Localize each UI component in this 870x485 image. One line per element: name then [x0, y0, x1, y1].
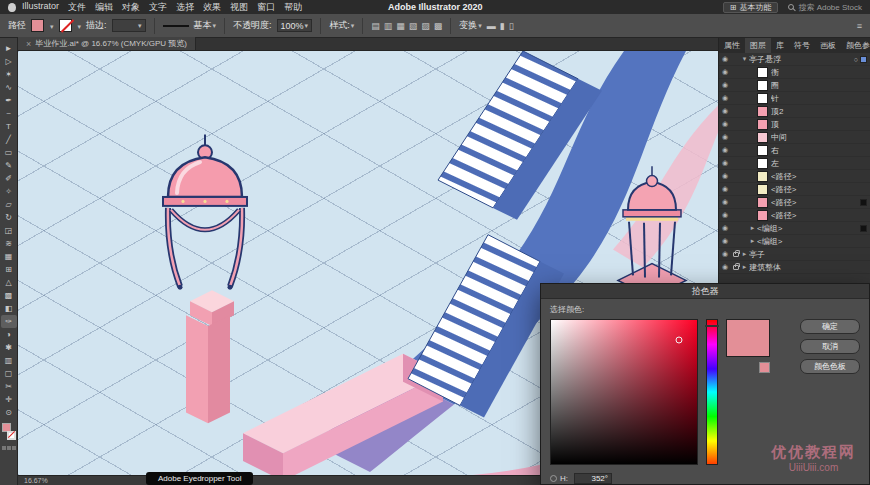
- target-circle-icon[interactable]: ○: [854, 56, 858, 63]
- column-graph-tool[interactable]: ▥: [1, 354, 17, 367]
- panel-tab[interactable]: 图层: [745, 38, 771, 53]
- menu-item[interactable]: 视图: [230, 1, 248, 14]
- visibility-eye-icon[interactable]: ◉: [719, 250, 731, 258]
- layer-row[interactable]: ◉ 左 ○: [719, 157, 870, 170]
- menu-item[interactable]: 对象: [122, 1, 140, 14]
- visibility-eye-icon[interactable]: ◉: [719, 68, 731, 76]
- visibility-eye-icon[interactable]: ◉: [719, 224, 731, 232]
- rectangle-tool[interactable]: ▭: [1, 146, 17, 159]
- type-tool[interactable]: T: [1, 120, 17, 133]
- paintbrush-tool[interactable]: ✎: [1, 159, 17, 172]
- visibility-eye-icon[interactable]: ◉: [719, 263, 731, 271]
- layer-name[interactable]: 顶2: [771, 106, 867, 117]
- layer-name[interactable]: 亭子悬浮: [749, 54, 854, 65]
- panel-tab[interactable]: 颜色参: [841, 38, 870, 53]
- panel-tab[interactable]: 库: [771, 38, 789, 53]
- panel-tab[interactable]: 符号: [789, 38, 815, 53]
- layer-row[interactable]: ◉ <路径> ○: [719, 183, 870, 196]
- layer-row[interactable]: ◉ ▸ 亭子 ○: [719, 248, 870, 261]
- mesh-tool[interactable]: ▩: [1, 289, 17, 302]
- visibility-eye-icon[interactable]: ◉: [719, 211, 731, 219]
- object-icon[interactable]: ▯: [509, 21, 514, 31]
- align-icon[interactable]: ▩: [434, 21, 443, 31]
- visibility-eye-icon[interactable]: ◉: [719, 172, 731, 180]
- blend-tool[interactable]: ◑: [1, 328, 17, 341]
- workspace-switcher[interactable]: ⊞ 基本功能: [723, 2, 779, 13]
- radio-h[interactable]: [550, 475, 557, 482]
- layer-name[interactable]: 针: [771, 93, 867, 104]
- stock-search[interactable]: 搜索 Adobe Stock: [788, 2, 862, 13]
- lasso-tool[interactable]: ∿: [1, 81, 17, 94]
- opacity-input[interactable]: 100%: [277, 19, 313, 32]
- layer-name[interactable]: <路径>: [771, 171, 867, 182]
- menu-item[interactable]: 选择: [176, 1, 194, 14]
- visibility-eye-icon[interactable]: ◉: [719, 185, 731, 193]
- visibility-eye-icon[interactable]: ◉: [719, 198, 731, 206]
- visibility-eye-icon[interactable]: ◉: [719, 133, 731, 141]
- layer-row[interactable]: ◉ ▸ <编组> ○: [719, 235, 870, 248]
- align-icon[interactable]: ▨: [421, 21, 430, 31]
- pen-tool[interactable]: ✒: [1, 94, 17, 107]
- tab-close-icon[interactable]: ×: [26, 39, 31, 49]
- layer-name[interactable]: 亭子: [749, 249, 867, 260]
- perspective-grid-tool[interactable]: △: [1, 276, 17, 289]
- drawing-mode-buttons[interactable]: [2, 446, 16, 450]
- rotate-tool[interactable]: ↻: [1, 211, 17, 224]
- cancel-button[interactable]: 取消: [800, 339, 860, 354]
- expand-arrow-icon[interactable]: ▸: [740, 263, 749, 271]
- layer-name[interactable]: 左: [771, 158, 867, 169]
- direct-selection-tool[interactable]: ▷: [1, 55, 17, 68]
- layer-name[interactable]: 右: [771, 145, 867, 156]
- line-segment-tool[interactable]: ╱: [1, 133, 17, 146]
- zoom-level[interactable]: 16.67%: [24, 477, 48, 484]
- dialog-title[interactable]: 拾色器: [541, 284, 869, 299]
- layer-row[interactable]: ◉ 中间 ○: [719, 131, 870, 144]
- curvature-tool[interactable]: ~: [1, 107, 17, 120]
- symbol-sprayer-tool[interactable]: ✱: [1, 341, 17, 354]
- visibility-eye-icon[interactable]: ◉: [719, 81, 731, 89]
- visibility-eye-icon[interactable]: ◉: [719, 159, 731, 167]
- layer-row[interactable]: ◉ 右 ○: [719, 144, 870, 157]
- brush-dropdown[interactable]: 基本: [194, 19, 217, 32]
- zoom-tool[interactable]: ⊙: [1, 406, 17, 419]
- fill-color-swatch[interactable]: [31, 19, 44, 32]
- eraser-tool[interactable]: ▱: [1, 198, 17, 211]
- layer-name[interactable]: <编组>: [757, 236, 867, 247]
- menu-item[interactable]: 文字: [149, 1, 167, 14]
- object-icon[interactable]: ▮: [500, 21, 505, 31]
- visibility-eye-icon[interactable]: ◉: [719, 120, 731, 128]
- menu-item[interactable]: 帮助: [284, 1, 302, 14]
- layer-row[interactable]: ◉ <路径> ○: [719, 196, 870, 209]
- panel-menu-icon[interactable]: ≡: [857, 21, 862, 31]
- expand-arrow-icon[interactable]: ▸: [740, 250, 749, 258]
- apple-menu-icon[interactable]: [8, 3, 16, 12]
- shape-builder-tool[interactable]: ⊞: [1, 263, 17, 276]
- ok-button[interactable]: 确定: [800, 319, 860, 334]
- transform-dropdown[interactable]: 变换: [459, 19, 482, 32]
- visibility-eye-icon[interactable]: ◉: [719, 107, 731, 115]
- color-field[interactable]: [550, 319, 698, 465]
- pencil-tool[interactable]: ✐: [1, 172, 17, 185]
- layer-name[interactable]: <路径>: [771, 184, 867, 195]
- panel-tab[interactable]: 属性: [719, 38, 745, 53]
- visibility-eye-icon[interactable]: ◉: [719, 146, 731, 154]
- scale-tool[interactable]: ◲: [1, 224, 17, 237]
- h-value-input[interactable]: 352°: [574, 473, 612, 484]
- stroke-color-swatch[interactable]: [59, 19, 72, 32]
- menu-item[interactable]: 窗口: [257, 1, 275, 14]
- selection-tool[interactable]: ►: [1, 42, 17, 55]
- layer-name[interactable]: <路径>: [771, 210, 867, 221]
- visibility-eye-icon[interactable]: ◉: [719, 94, 731, 102]
- shaper-tool[interactable]: ✧: [1, 185, 17, 198]
- stroke-indicator[interactable]: [7, 431, 16, 440]
- object-icon[interactable]: ▬: [487, 21, 496, 31]
- layer-row[interactable]: ◉ ▸ <编组> ○: [719, 222, 870, 235]
- document-tab[interactable]: × 毕业作业.ai* @ 16.67% (CMYK/GPU 预览): [18, 37, 196, 50]
- panel-tab[interactable]: 画板: [815, 38, 841, 53]
- layer-row[interactable]: ◉ ▾ 亭子悬浮 ○: [719, 53, 870, 66]
- layer-row[interactable]: ◉ 顶2 ○: [719, 105, 870, 118]
- visibility-eye-icon[interactable]: ◉: [719, 55, 731, 63]
- layer-row[interactable]: ◉ <路径> ○: [719, 209, 870, 222]
- expand-arrow-icon[interactable]: ▸: [748, 224, 757, 232]
- fill-caret-icon[interactable]: [49, 21, 54, 31]
